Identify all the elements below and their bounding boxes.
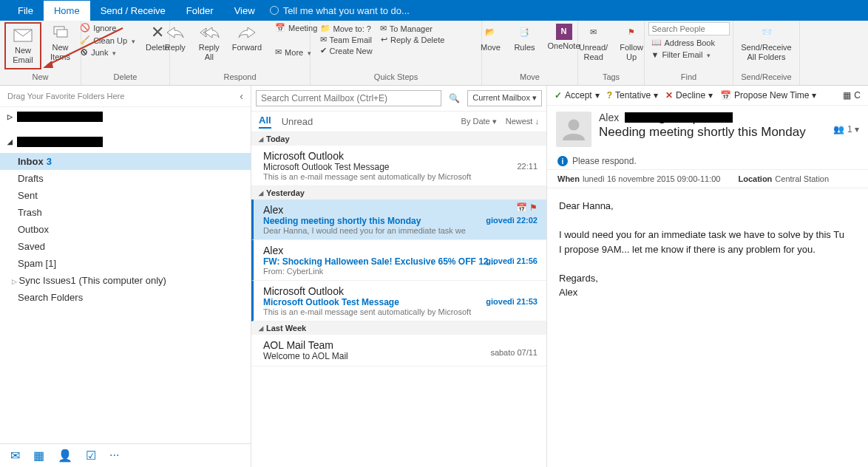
from-name: Alex bbox=[599, 112, 619, 123]
group-tags: ✉Unread/ Read ⚑Follow Up Tags bbox=[578, 21, 645, 85]
group-quick-steps: 📁Move to: ? ✉To Manager ✉Team Email ↩Rep… bbox=[311, 21, 482, 85]
group-send-receive: 📨Send/Receive All Folders Send/Receive bbox=[733, 21, 800, 85]
flag-icon[interactable]: ⚑ bbox=[529, 202, 538, 213]
subject-line: Needing meeting shortly this Monday bbox=[599, 125, 826, 140]
flag-icon: ⚑ bbox=[620, 24, 642, 41]
tab-file[interactable]: File bbox=[7, 1, 44, 21]
main-area: Drag Your Favorite Folders Here ‹ ▷user1… bbox=[0, 86, 868, 467]
sort-newest[interactable]: Newest ↓ bbox=[506, 117, 539, 126]
avatar bbox=[556, 112, 591, 147]
folder-search-folders[interactable]: Search Folders bbox=[0, 289, 251, 306]
filter-row: All Unread By Date ▾ Newest ↓ bbox=[251, 112, 546, 132]
filter-unread[interactable]: Unread bbox=[282, 116, 313, 127]
qs-to-manager[interactable]: ✉To Manager bbox=[380, 24, 433, 33]
reply-icon bbox=[164, 24, 186, 41]
account-1[interactable]: ▷user1@example.one bbox=[0, 107, 251, 126]
tab-folder[interactable]: Folder bbox=[176, 1, 224, 21]
sort-by-date[interactable]: By Date ▾ bbox=[461, 117, 497, 126]
broom-icon: 🧹 bbox=[80, 35, 90, 45]
nav-more-icon[interactable]: ··· bbox=[109, 449, 119, 463]
folder-saved[interactable]: Saved bbox=[0, 238, 251, 255]
address-book-button[interactable]: 📖Address Book bbox=[648, 37, 730, 48]
qs-move-to[interactable]: 📁Move to: ? bbox=[320, 24, 371, 33]
folder-spam[interactable]: Spam [1] bbox=[0, 255, 251, 272]
propose-time-button[interactable]: 📅Propose New Time ▾ bbox=[720, 90, 816, 100]
group-delete: 🚫Ignore 🧹Clean Up 🛇Junk ✕ Delete Delete bbox=[81, 21, 170, 85]
nav-footer: ✉ ▦ 👤 ☑ ··· bbox=[0, 443, 251, 467]
cleanup-button[interactable]: 🧹Clean Up bbox=[77, 35, 138, 46]
message-item-selected[interactable]: 📅 ⚑ Alex Needing meeting shortly this Mo… bbox=[251, 200, 546, 240]
reply-all-button[interactable]: Reply All bbox=[194, 22, 225, 64]
message-item[interactable]: Microsoft Outlook Microsoft Outlook Test… bbox=[251, 281, 546, 321]
search-mailbox-input[interactable] bbox=[256, 90, 441, 106]
group-respond: Reply Reply All Forward 📅Meeting ✉More R… bbox=[170, 21, 311, 85]
meeting-flag-icon: 📅 bbox=[516, 202, 527, 213]
folder-trash[interactable]: Trash bbox=[0, 204, 251, 221]
junk-button[interactable]: 🛇Junk bbox=[77, 47, 138, 58]
follow-up-button[interactable]: ⚑Follow Up bbox=[615, 22, 648, 64]
group-find: 📖Address Book ▼Filter Email Find bbox=[645, 21, 733, 85]
folder-inbox[interactable]: Inbox3 bbox=[0, 153, 251, 170]
calendar-icon: 📅 bbox=[275, 23, 285, 33]
reply-delete-icon: ↩ bbox=[381, 35, 387, 44]
folder-drafts[interactable]: Drafts bbox=[0, 170, 251, 187]
forward-button[interactable]: Forward bbox=[228, 22, 266, 54]
highlight-new-email: New Email bbox=[4, 22, 41, 69]
to-manager-icon: ✉ bbox=[380, 24, 387, 33]
response-bar: ✓Accept ▾ ?Tentative ▾ ✕Decline ▾ 📅Propo… bbox=[547, 86, 868, 106]
rules-button[interactable]: 📑Rules bbox=[509, 22, 540, 54]
folder-tree: Inbox3 Drafts Sent Trash Outbox Saved Sp… bbox=[0, 151, 251, 310]
accept-button[interactable]: ✓Accept ▾ bbox=[555, 90, 600, 100]
tab-home[interactable]: Home bbox=[44, 1, 90, 21]
new-email-button[interactable]: New Email bbox=[7, 25, 38, 67]
tab-view[interactable]: View bbox=[224, 1, 265, 21]
folder-sent[interactable]: Sent bbox=[0, 187, 251, 204]
reply-button[interactable]: Reply bbox=[160, 22, 191, 54]
nav-people-icon[interactable]: 👤 bbox=[58, 449, 72, 463]
junk-icon: 🛇 bbox=[80, 48, 88, 57]
decline-button[interactable]: ✕Decline ▾ bbox=[665, 90, 713, 100]
tentative-button[interactable]: ?Tentative ▾ bbox=[607, 90, 658, 100]
nav-mail-icon[interactable]: ✉ bbox=[10, 449, 20, 463]
filter-all[interactable]: All bbox=[259, 115, 271, 129]
address-book-icon: 📖 bbox=[651, 38, 662, 47]
move-folder-icon: 📂 bbox=[479, 24, 501, 41]
unread-read-button[interactable]: ✉Unread/ Read bbox=[574, 22, 612, 64]
message-item[interactable]: Alex FW: Shocking Halloween Sale! Exclus… bbox=[251, 240, 546, 281]
recipients-button[interactable]: 👥1 ▾ bbox=[833, 112, 859, 147]
svg-point-5 bbox=[569, 120, 580, 131]
collapse-icon[interactable]: ‹ bbox=[240, 90, 243, 102]
qs-team-email[interactable]: ✉Team Email bbox=[320, 35, 372, 44]
filter-email-button[interactable]: ▼Filter Email bbox=[648, 50, 730, 60]
folder-sync-issues[interactable]: ▷ Sync Issues1 (This computer only) bbox=[0, 272, 251, 289]
account-2[interactable]: ◢user2@example.one bbox=[0, 132, 251, 151]
nav-tasks-icon[interactable]: ☑ bbox=[86, 449, 96, 463]
please-respond-bar: i Please respond. bbox=[547, 153, 868, 169]
search-people-input[interactable] bbox=[648, 22, 730, 35]
tell-me-search[interactable]: Tell me what you want to do... bbox=[270, 5, 410, 16]
account-2-label: user2@example.one bbox=[17, 137, 103, 147]
message-header: Alex <user3@example.one> Needing meeting… bbox=[547, 106, 868, 153]
nav-calendar-icon[interactable]: ▦ bbox=[33, 449, 44, 463]
message-item[interactable]: Microsoft Outlook Microsoft Outlook Test… bbox=[251, 146, 546, 186]
favorites-drop[interactable]: Drag Your Favorite Folders Here ‹ bbox=[0, 86, 251, 107]
info-icon: i bbox=[557, 156, 568, 166]
message-list-pane: 🔍 Current Mailbox ▾ All Unread By Date ▾… bbox=[251, 86, 547, 467]
svg-rect-2 bbox=[57, 30, 67, 37]
more-icon: ✉ bbox=[275, 47, 282, 57]
group-today[interactable]: Today bbox=[251, 132, 546, 146]
folder-outbox[interactable]: Outbox bbox=[0, 221, 251, 238]
view-calendar-button[interactable]: ▦C bbox=[843, 90, 861, 100]
move-button[interactable]: 📂Move bbox=[475, 22, 506, 54]
message-item[interactable]: AOL Mail Team Welcome to AOL Mail sabato… bbox=[251, 335, 546, 367]
send-receive-all-button[interactable]: 📨Send/Receive All Folders bbox=[736, 22, 796, 64]
group-yesterday[interactable]: Yesterday bbox=[251, 186, 546, 200]
qs-reply-delete[interactable]: ↩Reply & Delete bbox=[381, 35, 444, 44]
qs-create-new[interactable]: ✔Create New bbox=[320, 46, 373, 55]
search-icon[interactable]: 🔍 bbox=[444, 93, 464, 103]
tab-send-receive[interactable]: Send / Receive bbox=[90, 1, 176, 21]
ignore-button[interactable]: 🚫Ignore bbox=[77, 22, 138, 33]
new-items-button[interactable]: New Items bbox=[44, 22, 76, 64]
group-last-week[interactable]: Last Week bbox=[251, 321, 546, 335]
search-scope-dropdown[interactable]: Current Mailbox ▾ bbox=[467, 90, 542, 106]
